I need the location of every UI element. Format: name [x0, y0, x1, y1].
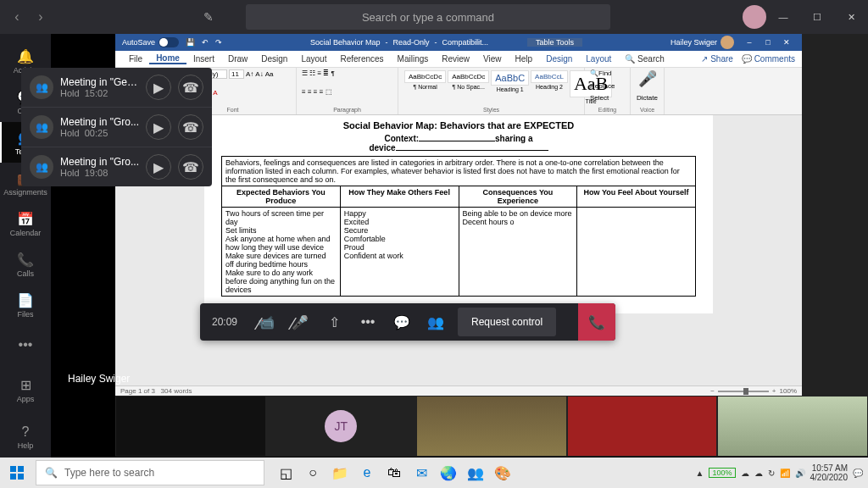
styles-gallery[interactable]: AaBbCcDc¶ Normal AaBbCcDc¶ No Spac... Aa…	[403, 69, 579, 104]
teams-icon[interactable]: 👥	[463, 460, 488, 485]
hangup-button[interactable]: ☎	[178, 114, 203, 140]
compose-icon[interactable]: ✎	[203, 10, 214, 24]
word-min-icon[interactable]: –	[741, 38, 758, 47]
save-icon[interactable]: 💾	[186, 38, 195, 47]
avatar[interactable]	[743, 5, 766, 29]
word-count[interactable]: 304 words	[161, 387, 192, 395]
mic-toggle[interactable]: 🎤⁄	[283, 303, 317, 341]
tab-review[interactable]: Review	[435, 54, 476, 64]
video-tile-avatar[interactable]: JT	[266, 396, 417, 457]
onedrive-icon[interactable]: ☁	[741, 469, 749, 478]
minimize-button[interactable]: —	[766, 0, 800, 34]
edge-icon[interactable]: e	[354, 460, 380, 485]
chat-toggle[interactable]: 💬	[385, 303, 419, 341]
tab-mailings[interactable]: Mailings	[391, 54, 436, 64]
held-meeting: 👥 Meeting in "Gen...Hold 15:02 ▶ ☎	[21, 68, 212, 108]
video-tile-3[interactable]	[717, 396, 868, 457]
system-tray[interactable]: ▲ 100% ☁ ☁ ↻ 📶 🔊 10:57 AM4/20/2020 💬	[696, 463, 868, 482]
tab-table-layout[interactable]: Layout	[579, 54, 618, 64]
start-button[interactable]	[0, 458, 34, 488]
firefox-icon[interactable]: 🌏	[436, 460, 461, 485]
meeting-title: Meeting in "Gro...	[60, 116, 139, 128]
comments-button[interactable]: 💬 Comments	[742, 54, 795, 64]
rail-calendar[interactable]: 📅Calendar	[0, 203, 51, 244]
replace-button[interactable]: Replace	[590, 82, 625, 90]
share-button[interactable]: ↗ Share	[701, 54, 732, 64]
participants-button[interactable]: 👥	[419, 303, 453, 341]
video-tile-empty[interactable]	[115, 396, 266, 457]
rail-calls[interactable]: 📞Calls	[0, 244, 51, 285]
dictate-button[interactable]: 🎤	[636, 69, 659, 88]
call-duration: 20:09	[200, 316, 249, 328]
tab-table-design[interactable]: Design	[539, 54, 579, 64]
battery-status[interactable]: 100%	[709, 468, 735, 478]
forward-button[interactable]: ›	[31, 7, 51, 27]
word-max-icon[interactable]: □	[760, 38, 776, 47]
notifications-icon[interactable]: 💬	[853, 469, 863, 478]
taskbar-search[interactable]: 🔍Type here to search	[36, 460, 264, 485]
explorer-icon[interactable]: 📁	[327, 460, 353, 485]
undo-icon[interactable]: ↶	[202, 38, 209, 47]
tab-references[interactable]: References	[333, 54, 390, 64]
video-tile-2[interactable]	[567, 396, 718, 457]
page-count[interactable]: Page 1 of 3	[120, 387, 155, 395]
volume-icon[interactable]: 🔊	[795, 469, 805, 478]
autosave-toggle[interactable]: AutoSave	[122, 37, 179, 47]
word-account[interactable]: Hailey Swiger	[670, 36, 734, 49]
task-view-icon[interactable]: ◱	[273, 460, 298, 485]
resume-button[interactable]: ▶	[146, 75, 171, 100]
resume-button[interactable]: ▶	[146, 114, 171, 140]
tray-chevron-icon[interactable]: ▲	[696, 469, 704, 478]
tab-draw[interactable]: Draw	[221, 54, 254, 64]
doc-name: Social Behavior Map	[310, 38, 381, 47]
doc-title: Social Behavior Map: Behaviors that are …	[221, 120, 696, 130]
find-button[interactable]: 🔍Find	[590, 69, 625, 77]
onedrive-icon[interactable]: ☁	[754, 469, 763, 478]
rail-files[interactable]: 📄Files	[0, 285, 51, 325]
video-tile-1[interactable]	[416, 396, 567, 457]
hangup-button[interactable]: ☎	[178, 154, 203, 180]
context-line: Context:sharing a device	[221, 134, 696, 152]
behavior-table: Expected Behaviors You Produce How They …	[221, 186, 696, 297]
tab-help[interactable]: Help	[509, 54, 540, 64]
tell-me-search[interactable]: 🔍 Search	[618, 54, 670, 64]
hangup-button[interactable]: 📞	[578, 303, 615, 341]
word-titlebar: AutoSave 💾 ↶ ↷ Social Behavior Map- Read…	[115, 34, 802, 51]
word-close-icon[interactable]: ✕	[778, 38, 795, 47]
redo-icon[interactable]: ↷	[215, 38, 222, 47]
store-icon[interactable]: 🛍	[381, 460, 407, 485]
meeting-title: Meeting in "Gen...	[60, 76, 139, 88]
align-controls[interactable]: ≡ ≡ ≡ ≡ ⬚	[302, 88, 392, 96]
clock[interactable]: 10:57 AM4/20/2020	[810, 463, 849, 482]
close-button[interactable]: ✕	[834, 0, 868, 34]
maximize-button[interactable]: ☐	[800, 0, 834, 34]
paint-icon[interactable]: 🎨	[490, 460, 515, 485]
select-button[interactable]: Select	[590, 94, 625, 102]
update-icon[interactable]: ↻	[768, 469, 775, 478]
resume-button[interactable]: ▶	[146, 154, 171, 180]
rail-apps[interactable]: ⊞Apps	[0, 369, 51, 410]
tab-home[interactable]: Home	[149, 53, 186, 64]
cortana-icon[interactable]: ○	[300, 460, 326, 485]
tab-insert[interactable]: Insert	[186, 54, 221, 64]
tab-layout[interactable]: Layout	[294, 54, 333, 64]
call-toolbar: 20:09 📹⁄ 🎤⁄ ⇧ ••• 💬 👥 Request control 📞	[200, 303, 615, 341]
more-actions-button[interactable]: •••	[351, 303, 385, 341]
rail-help[interactable]: ?Help	[0, 417, 51, 458]
back-button[interactable]: ‹	[7, 7, 27, 27]
rail-more[interactable]: •••	[0, 325, 51, 366]
wifi-icon[interactable]: 📶	[780, 469, 790, 478]
search-input[interactable]: Search or type a command	[246, 4, 610, 30]
mail-icon[interactable]: ✉	[409, 460, 434, 485]
request-control-button[interactable]: Request control	[458, 308, 556, 336]
camera-toggle[interactable]: 📹⁄	[249, 303, 283, 341]
tab-design[interactable]: Design	[254, 54, 294, 64]
tab-file[interactable]: File	[122, 54, 149, 64]
tab-view[interactable]: View	[476, 54, 509, 64]
hangup-button[interactable]: ☎	[178, 75, 203, 100]
share-screen-button[interactable]: ⇧	[317, 303, 351, 341]
document-area[interactable]: Social Behavior Map: Behaviors that are …	[115, 115, 802, 385]
zoom-control[interactable]: −+100%	[710, 387, 797, 395]
paragraph-controls[interactable]: ☰ ☷ ≡ ≣ ¶	[302, 69, 392, 77]
ribbon: Paste Clipboard Calibri (Body) 11 A↑A↓Aa…	[115, 68, 802, 115]
